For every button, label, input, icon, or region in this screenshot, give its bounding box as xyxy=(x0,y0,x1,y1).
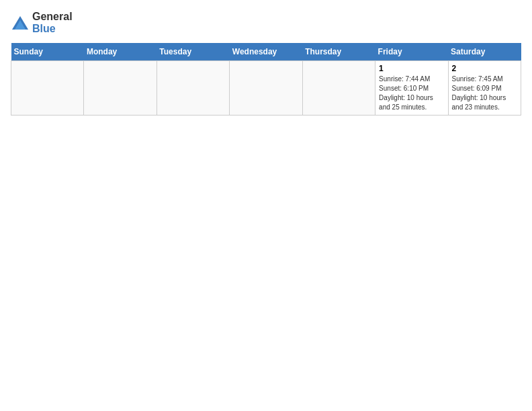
calendar-cell xyxy=(157,61,229,116)
calendar-cell: 1Sunrise: 7:44 AM Sunset: 6:10 PM Daylig… xyxy=(375,61,448,116)
calendar-table: SundayMondayTuesdayWednesdayThursdayFrid… xyxy=(11,43,521,116)
day-header-sunday: Sunday xyxy=(11,43,84,61)
calendar-cell xyxy=(11,61,84,116)
day-info: Sunrise: 7:44 AM Sunset: 6:10 PM Dayligh… xyxy=(379,75,444,112)
day-number: 1 xyxy=(379,64,444,73)
day-header-tuesday: Tuesday xyxy=(157,43,229,61)
header: General Blue xyxy=(11,11,521,35)
calendar-body: 1Sunrise: 7:44 AM Sunset: 6:10 PM Daylig… xyxy=(11,61,521,116)
day-number: 2 xyxy=(452,64,517,73)
week-row-1: 1Sunrise: 7:44 AM Sunset: 6:10 PM Daylig… xyxy=(11,61,521,116)
day-header-wednesday: Wednesday xyxy=(230,43,302,61)
day-header-saturday: Saturday xyxy=(448,43,521,61)
day-info: Sunrise: 7:45 AM Sunset: 6:09 PM Dayligh… xyxy=(452,75,517,112)
day-header-monday: Monday xyxy=(84,43,157,61)
calendar-cell: 2Sunrise: 7:45 AM Sunset: 6:09 PM Daylig… xyxy=(448,61,521,116)
day-header-friday: Friday xyxy=(375,43,448,61)
logo-text: General Blue xyxy=(32,11,73,35)
logo: General Blue xyxy=(11,11,73,35)
calendar-cell xyxy=(302,61,375,116)
calendar-cell xyxy=(230,61,302,116)
logo-icon xyxy=(11,13,30,32)
calendar-header-row: SundayMondayTuesdayWednesdayThursdayFrid… xyxy=(11,43,521,61)
calendar-cell xyxy=(84,61,157,116)
day-header-thursday: Thursday xyxy=(302,43,375,61)
